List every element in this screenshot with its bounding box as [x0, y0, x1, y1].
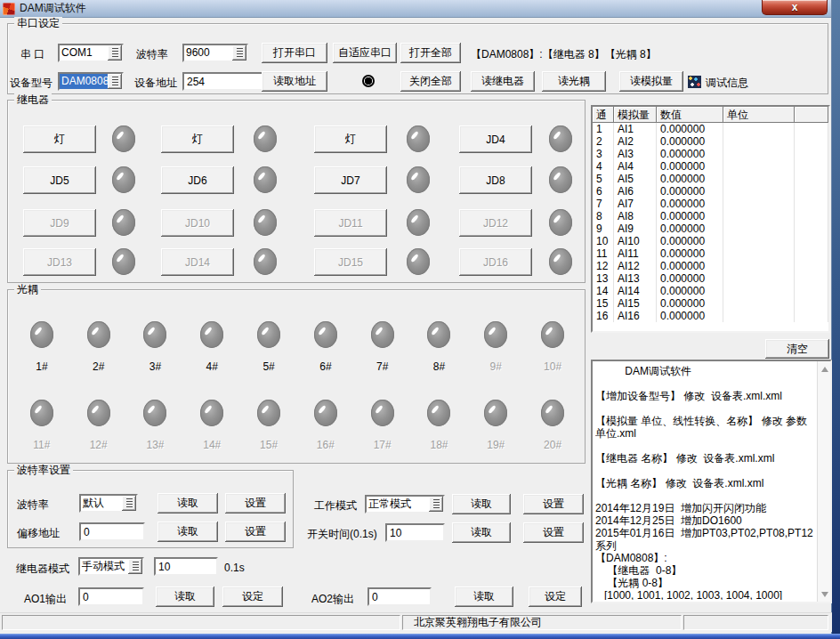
read-opto-button[interactable]: 读光耦	[542, 71, 606, 92]
opto-indicator-14	[200, 400, 223, 426]
ao1-output-input[interactable]	[78, 587, 144, 606]
analog-row-10[interactable]: 10AI100.000000	[593, 235, 828, 247]
relay-mode-combo[interactable]: 手动模式	[78, 557, 144, 576]
relay-button-7[interactable]: JD7	[314, 166, 387, 194]
relay-indicator-6	[254, 166, 277, 193]
analog-header-unit[interactable]: 单位	[723, 107, 795, 123]
opto-indicator-17	[371, 400, 394, 426]
work-mode-combo[interactable]: 正常模式	[365, 495, 445, 514]
offset-address-input[interactable]	[79, 522, 145, 541]
baud-read-button[interactable]: 读取	[158, 493, 218, 514]
device-model-combo[interactable]: DAM0808	[58, 72, 124, 91]
scroll-up-icon[interactable]	[818, 362, 831, 376]
relay-button-8[interactable]: JD8	[459, 166, 532, 194]
relay-button-1[interactable]: 灯	[23, 125, 96, 153]
analog-cell: 12	[593, 260, 614, 272]
ao1-set-button[interactable]: 设定	[222, 586, 283, 607]
read-analog-button[interactable]: 读模拟量	[619, 71, 683, 92]
open-serial-button[interactable]: 打开串口	[262, 43, 327, 63]
analog-row-15[interactable]: 15AI150.000000	[593, 297, 828, 310]
relay-indicator-5	[112, 166, 135, 193]
analog-cell: AI3	[614, 148, 657, 160]
relay-mode-time-input[interactable]	[154, 557, 218, 576]
read-relay-button[interactable]: 读继电器	[471, 71, 535, 92]
read-address-button[interactable]: 读取地址	[262, 71, 327, 92]
analog-row-5[interactable]: 5AI50.000000	[593, 173, 828, 185]
analog-row-4[interactable]: 4AI40.000000	[593, 160, 828, 173]
opto-label-4: 4#	[206, 360, 218, 373]
analog-cell: AI11	[614, 247, 657, 260]
opto-label-17: 17#	[374, 439, 392, 451]
ao1-read-button[interactable]: 读取	[156, 586, 214, 607]
analog-header-name[interactable]: 模拟量	[614, 107, 657, 123]
switch-time-input[interactable]	[385, 523, 445, 542]
open-all-button[interactable]: 打开全部	[400, 43, 461, 63]
relay-indicator-4	[549, 125, 572, 152]
analog-cell	[723, 272, 795, 285]
close-button[interactable]: x	[762, 0, 828, 15]
close-all-button[interactable]: 关闭全部	[400, 71, 461, 92]
analog-row-14[interactable]: 14AI140.000000	[593, 285, 828, 297]
analog-row-13[interactable]: 13AI130.000000	[593, 272, 828, 285]
device-address-input[interactable]	[182, 72, 264, 91]
relay-button-2[interactable]: 灯	[161, 125, 234, 153]
work-mode-read-button[interactable]: 读取	[452, 494, 511, 514]
analog-row-9[interactable]: 9AI90.000000	[593, 222, 828, 235]
opto-indicator-1	[30, 321, 53, 348]
analog-row-8[interactable]: 8AI80.000000	[593, 210, 828, 222]
title-bar[interactable]: DAM调试软件 x	[0, 0, 831, 18]
relay-mode-dropdown-icon[interactable]	[128, 559, 142, 574]
baud-mode-dropdown-icon[interactable]	[122, 496, 136, 511]
analog-row-16[interactable]: 16AI160.000000	[593, 310, 828, 322]
analog-header-value[interactable]: 数值	[657, 107, 723, 123]
relay-button-4[interactable]: JD4	[459, 125, 532, 153]
com-port-combo[interactable]: COM1	[58, 44, 124, 62]
analog-row-3[interactable]: 3AI30.000000	[593, 148, 828, 160]
opto-indicator-20	[541, 400, 564, 426]
device-model-dropdown-icon[interactable]	[108, 74, 122, 89]
relay-group: 继电器 灯灯灯JD4JD5JD6JD7JD8JD9JD10JD11JD12JD1…	[7, 100, 586, 283]
relay-button-5[interactable]: JD5	[23, 166, 96, 194]
analog-row-12[interactable]: 12AI120.000000	[593, 260, 828, 272]
offset-read-button[interactable]: 读取	[158, 522, 218, 542]
clear-button[interactable]: 清空	[765, 339, 829, 359]
opto-channel-7: 7#	[354, 321, 411, 373]
relay-button-6[interactable]: JD6	[161, 166, 234, 194]
opto-label-14: 14#	[203, 439, 221, 451]
relay-button-3[interactable]: 灯	[314, 125, 387, 153]
analog-cell: AI14	[614, 285, 657, 297]
analog-header-channel[interactable]: 通	[593, 107, 614, 123]
work-mode-dropdown-icon[interactable]	[429, 497, 443, 512]
analog-cell: AI6	[614, 185, 657, 198]
analog-cell	[795, 148, 828, 160]
ao2-read-button[interactable]: 读取	[455, 586, 513, 607]
offset-set-button[interactable]: 设置	[225, 522, 286, 542]
ao2-output-input[interactable]	[368, 587, 432, 606]
analog-cell: 2	[593, 135, 614, 148]
analog-cell: 8	[593, 210, 614, 222]
log-scrollbar[interactable]	[817, 361, 830, 602]
analog-row-1[interactable]: 1AI10.000000	[593, 123, 828, 135]
log-panel[interactable]: DAM调试软件 【增加设备型号】 修改 设备表.xml.xml 【模拟量 单位、…	[591, 360, 832, 603]
analog-row-7[interactable]: 7AI70.000000	[593, 198, 828, 210]
opto-row-1: 1#2#3#4#5#6#7#8#9#10#	[13, 321, 581, 373]
auto-serial-button[interactable]: 自适应串口	[333, 43, 397, 63]
analog-row-6[interactable]: 6AI60.000000	[593, 185, 828, 198]
opto-label-3: 3#	[149, 360, 161, 373]
analog-row-11[interactable]: 11AI110.000000	[593, 247, 828, 260]
baud-mode-combo[interactable]: 默认	[79, 494, 138, 513]
analog-header-extra[interactable]	[795, 107, 828, 123]
switch-time-set-button[interactable]: 设置	[523, 522, 584, 543]
scroll-down-icon[interactable]	[818, 587, 831, 601]
analog-row-2[interactable]: 2AI20.000000	[593, 135, 828, 148]
work-mode-set-button[interactable]: 设置	[523, 494, 584, 514]
opto-label-18: 18#	[430, 439, 448, 451]
baud-rate-dropdown-icon[interactable]	[232, 45, 246, 61]
com-port-dropdown-icon[interactable]	[108, 45, 122, 61]
baud-rate-combo[interactable]: 9600	[182, 44, 248, 62]
ao2-set-button[interactable]: 设定	[529, 586, 582, 607]
analog-cell: AI7	[614, 198, 657, 210]
switch-time-read-button[interactable]: 读取	[452, 522, 511, 543]
opto-group: 光耦 1#2#3#4#5#6#7#8#9#10# 11#12#13#14#15#…	[7, 289, 586, 464]
baud-set-button[interactable]: 设置	[225, 493, 286, 514]
